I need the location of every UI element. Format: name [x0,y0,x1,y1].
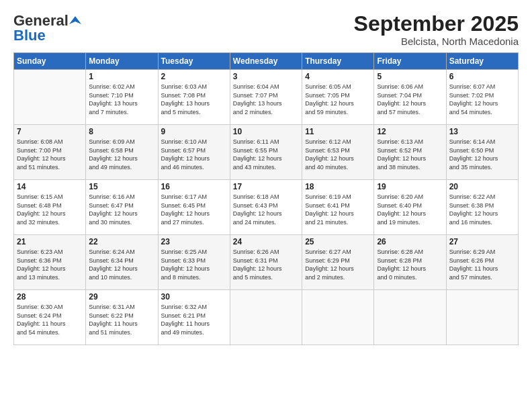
day-info: Sunrise: 6:26 AM Sunset: 6:31 PM Dayligh… [233,248,299,281]
day-number: 10 [233,127,299,136]
day-number: 20 [449,182,515,191]
day-info: Sunrise: 6:27 AM Sunset: 6:29 PM Dayligh… [305,248,371,281]
header-monday: Monday [86,53,158,70]
day-number: 22 [89,237,154,246]
calendar-row-5: 28Sunrise: 6:30 AM Sunset: 6:24 PM Dayli… [14,290,519,345]
day-info: Sunrise: 6:02 AM Sunset: 7:10 PM Dayligh… [89,83,154,116]
calendar-row-3: 14Sunrise: 6:15 AM Sunset: 6:48 PM Dayli… [14,180,519,235]
day-info: Sunrise: 6:09 AM Sunset: 6:58 PM Dayligh… [89,138,154,171]
calendar-cell: 20Sunrise: 6:22 AM Sunset: 6:38 PM Dayli… [446,180,518,235]
day-number: 5 [377,72,443,81]
calendar-cell: 23Sunrise: 6:25 AM Sunset: 6:33 PM Dayli… [158,235,230,290]
day-number: 29 [89,292,154,302]
calendar-cell: 2Sunrise: 6:03 AM Sunset: 7:08 PM Daylig… [158,70,230,125]
title-area: September 2025 Belcista, North Macedonia [354,12,519,47]
day-number: 4 [305,72,371,81]
day-number: 26 [377,237,443,246]
header: General Blue September 2025 Belcista, No… [13,12,519,47]
day-number: 21 [17,237,83,246]
calendar-cell: 1Sunrise: 6:02 AM Sunset: 7:10 PM Daylig… [86,70,158,125]
day-info: Sunrise: 6:14 AM Sunset: 6:50 PM Dayligh… [449,138,515,171]
calendar-cell: 29Sunrise: 6:31 AM Sunset: 6:22 PM Dayli… [86,290,158,345]
day-number: 1 [89,72,154,81]
calendar-cell: 4Sunrise: 6:05 AM Sunset: 7:05 PM Daylig… [302,70,374,125]
day-number: 15 [89,182,154,191]
calendar-cell: 22Sunrise: 6:24 AM Sunset: 6:34 PM Dayli… [86,235,158,290]
svg-marker-0 [69,16,81,24]
day-info: Sunrise: 6:19 AM Sunset: 6:41 PM Dayligh… [305,193,371,226]
calendar-cell: 19Sunrise: 6:20 AM Sunset: 6:40 PM Dayli… [374,180,446,235]
day-info: Sunrise: 6:11 AM Sunset: 6:55 PM Dayligh… [233,138,299,171]
day-info: Sunrise: 6:20 AM Sunset: 6:40 PM Dayligh… [377,193,443,226]
calendar-cell: 21Sunrise: 6:23 AM Sunset: 6:36 PM Dayli… [14,235,86,290]
calendar-row-1: 1Sunrise: 6:02 AM Sunset: 7:10 PM Daylig… [14,70,519,125]
header-tuesday: Tuesday [158,53,230,70]
day-info: Sunrise: 6:32 AM Sunset: 6:21 PM Dayligh… [161,303,227,336]
header-sunday: Sunday [14,53,86,70]
calendar-cell: 7Sunrise: 6:08 AM Sunset: 7:00 PM Daylig… [14,125,86,180]
day-number: 28 [17,292,83,302]
calendar-cell: 30Sunrise: 6:32 AM Sunset: 6:21 PM Dayli… [158,290,230,345]
day-info: Sunrise: 6:06 AM Sunset: 7:04 PM Dayligh… [377,83,443,116]
day-number: 12 [377,127,443,136]
day-number: 17 [233,182,299,191]
day-info: Sunrise: 6:05 AM Sunset: 7:05 PM Dayligh… [305,83,371,116]
calendar-cell: 14Sunrise: 6:15 AM Sunset: 6:48 PM Dayli… [14,180,86,235]
day-info: Sunrise: 6:15 AM Sunset: 6:48 PM Dayligh… [17,193,83,226]
day-number: 24 [233,237,299,246]
calendar-cell [374,290,446,345]
day-info: Sunrise: 6:12 AM Sunset: 6:53 PM Dayligh… [305,138,371,171]
day-info: Sunrise: 6:24 AM Sunset: 6:34 PM Dayligh… [89,248,154,281]
calendar-cell [446,290,518,345]
day-info: Sunrise: 6:30 AM Sunset: 6:24 PM Dayligh… [17,303,83,336]
day-info: Sunrise: 6:28 AM Sunset: 6:28 PM Dayligh… [377,248,443,281]
calendar-cell: 26Sunrise: 6:28 AM Sunset: 6:28 PM Dayli… [374,235,446,290]
calendar-cell: 11Sunrise: 6:12 AM Sunset: 6:53 PM Dayli… [302,125,374,180]
day-number: 16 [161,182,227,191]
day-info: Sunrise: 6:18 AM Sunset: 6:43 PM Dayligh… [233,193,299,226]
day-info: Sunrise: 6:16 AM Sunset: 6:47 PM Dayligh… [89,193,154,226]
day-number: 18 [305,182,371,191]
calendar-cell: 6Sunrise: 6:07 AM Sunset: 7:02 PM Daylig… [446,70,518,125]
calendar-cell: 18Sunrise: 6:19 AM Sunset: 6:41 PM Dayli… [302,180,374,235]
calendar-cell: 15Sunrise: 6:16 AM Sunset: 6:47 PM Dayli… [86,180,158,235]
header-wednesday: Wednesday [230,53,302,70]
calendar-row-4: 21Sunrise: 6:23 AM Sunset: 6:36 PM Dayli… [14,235,519,290]
day-info: Sunrise: 6:03 AM Sunset: 7:08 PM Dayligh… [161,83,227,116]
day-number: 13 [449,127,515,136]
day-info: Sunrise: 6:17 AM Sunset: 6:45 PM Dayligh… [161,193,227,226]
day-number: 11 [305,127,371,136]
day-number: 6 [449,72,515,81]
day-number: 30 [161,292,227,302]
header-thursday: Thursday [302,53,374,70]
calendar-cell: 27Sunrise: 6:29 AM Sunset: 6:26 PM Dayli… [446,235,518,290]
day-number: 19 [377,182,443,191]
calendar-header-row: Sunday Monday Tuesday Wednesday Thursday… [14,53,519,70]
day-number: 7 [17,127,83,136]
calendar-cell: 12Sunrise: 6:13 AM Sunset: 6:52 PM Dayli… [374,125,446,180]
day-info: Sunrise: 6:25 AM Sunset: 6:33 PM Dayligh… [161,248,227,281]
day-info: Sunrise: 6:08 AM Sunset: 7:00 PM Dayligh… [17,138,83,171]
logo-bird-icon [69,15,81,27]
day-info: Sunrise: 6:04 AM Sunset: 7:07 PM Dayligh… [233,83,299,116]
logo: General Blue [13,12,81,44]
calendar-cell [14,70,86,125]
calendar-cell: 16Sunrise: 6:17 AM Sunset: 6:45 PM Dayli… [158,180,230,235]
day-number: 14 [17,182,83,191]
calendar-cell: 25Sunrise: 6:27 AM Sunset: 6:29 PM Dayli… [302,235,374,290]
month-title: September 2025 [354,12,519,36]
day-info: Sunrise: 6:23 AM Sunset: 6:36 PM Dayligh… [17,248,83,281]
calendar-cell: 13Sunrise: 6:14 AM Sunset: 6:50 PM Dayli… [446,125,518,180]
calendar-cell [230,290,302,345]
location: Belcista, North Macedonia [354,36,519,47]
calendar-table: Sunday Monday Tuesday Wednesday Thursday… [13,52,519,345]
day-number: 27 [449,237,515,246]
day-info: Sunrise: 6:07 AM Sunset: 7:02 PM Dayligh… [449,83,515,116]
calendar-cell: 3Sunrise: 6:04 AM Sunset: 7:07 PM Daylig… [230,70,302,125]
day-info: Sunrise: 6:31 AM Sunset: 6:22 PM Dayligh… [89,303,154,336]
calendar-cell: 24Sunrise: 6:26 AM Sunset: 6:31 PM Dayli… [230,235,302,290]
day-number: 2 [161,72,227,81]
day-number: 23 [161,237,227,246]
calendar-cell: 5Sunrise: 6:06 AM Sunset: 7:04 PM Daylig… [374,70,446,125]
calendar-cell: 9Sunrise: 6:10 AM Sunset: 6:57 PM Daylig… [158,125,230,180]
